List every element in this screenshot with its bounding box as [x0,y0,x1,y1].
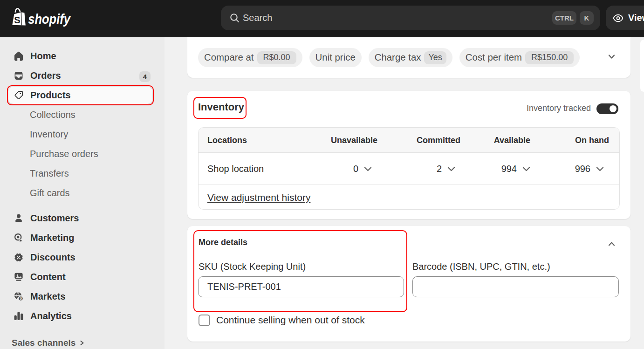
svg-text:S: S [14,15,20,25]
svg-text:shopify: shopify [28,11,71,27]
svg-text:$: $ [20,296,22,301]
